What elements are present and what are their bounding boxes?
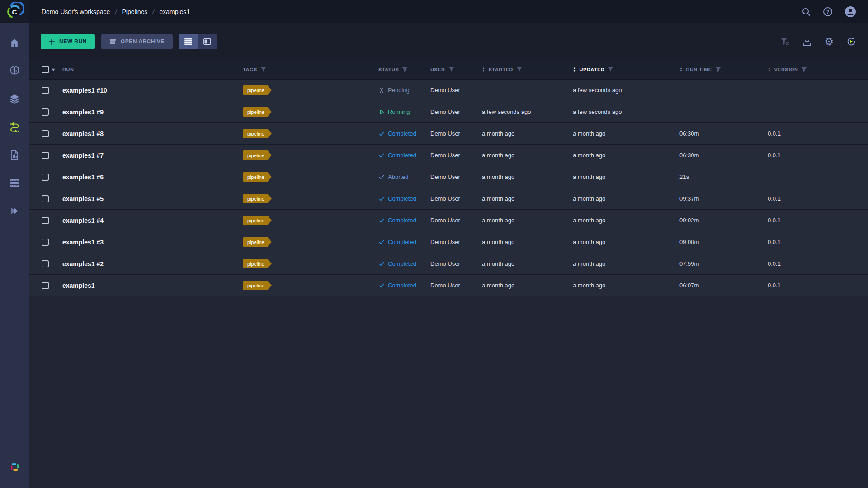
search-icon[interactable] <box>802 7 811 17</box>
row-checkbox[interactable] <box>42 217 49 224</box>
sidebar-item-datasets[interactable] <box>0 85 29 113</box>
status-cell: Completed <box>372 239 424 245</box>
sidebar-item-pipelines[interactable] <box>0 113 29 141</box>
column-header-run[interactable]: RUN <box>56 67 236 72</box>
run-row[interactable]: examples1 #3pipelineCompletedDemo Usera … <box>29 231 868 253</box>
filter-icon[interactable] <box>715 67 721 72</box>
filter-icon[interactable] <box>516 67 522 72</box>
tag-badge[interactable]: pipeline <box>243 216 272 225</box>
table-view-button[interactable] <box>179 34 198 49</box>
tags-cell: pipeline <box>236 216 372 225</box>
run-name[interactable]: examples1 #8 <box>56 130 236 137</box>
tag-badge[interactable]: pipeline <box>243 194 272 203</box>
row-checkbox[interactable] <box>42 108 49 116</box>
run-row[interactable]: examples1 #8pipelineCompletedDemo Usera … <box>29 123 868 145</box>
row-checkbox[interactable] <box>42 130 49 137</box>
settings-gear-icon[interactable]: ⚙ <box>824 37 834 47</box>
run-time-cell: 21s <box>673 174 761 180</box>
breadcrumb-workspace[interactable]: Demo User's workspace <box>42 8 110 15</box>
filter-icon[interactable] <box>402 67 408 72</box>
column-header-updated[interactable]: ▲▼UPDATED <box>566 67 673 72</box>
filter-icon[interactable] <box>260 67 266 72</box>
run-name[interactable]: examples1 #2 <box>56 260 236 267</box>
run-name[interactable]: examples1 #9 <box>56 108 236 116</box>
row-checkbox[interactable] <box>42 195 49 202</box>
column-header-run_time[interactable]: ▲▼RUN TIME <box>673 67 761 72</box>
row-checkbox[interactable] <box>42 174 49 181</box>
breadcrumb-separator: / <box>114 8 118 16</box>
sidebar-item-slack[interactable] <box>0 453 29 481</box>
tag-badge[interactable]: pipeline <box>243 259 272 268</box>
select-all-caret-icon[interactable]: ▾ <box>52 66 55 73</box>
sort-icon: ▲▼ <box>482 67 485 72</box>
tag-badge[interactable]: pipeline <box>243 281 272 290</box>
run-row[interactable]: examples1 #9pipelineRunningDemo Usera fe… <box>29 101 868 123</box>
row-checkbox[interactable] <box>42 282 49 289</box>
run-row[interactable]: examples1pipelineCompletedDemo Usera mon… <box>29 275 868 296</box>
sidebar-item-home[interactable] <box>0 29 29 57</box>
run-row[interactable]: examples1 #2pipelineCompletedDemo Usera … <box>29 253 868 275</box>
tag-badge[interactable]: pipeline <box>243 107 272 117</box>
select-all-cell: ▾ <box>29 66 56 73</box>
run-row[interactable]: examples1 #5pipelineCompletedDemo Usera … <box>29 188 868 210</box>
run-name[interactable]: examples1 #7 <box>56 152 236 159</box>
run-name[interactable]: examples1 <box>56 282 236 289</box>
row-select-cell <box>29 87 56 94</box>
sort-icon: ▲▼ <box>679 67 683 72</box>
sidebar-item-projects[interactable] <box>0 57 29 85</box>
tag-badge[interactable]: pipeline <box>243 150 272 160</box>
row-checkbox[interactable] <box>42 260 49 267</box>
auto-refresh-icon[interactable] <box>846 37 856 47</box>
row-checkbox[interactable] <box>42 152 49 159</box>
download-icon[interactable] <box>802 37 811 46</box>
run-name[interactable]: examples1 #10 <box>56 87 236 94</box>
started-cell: a month ago <box>476 130 566 137</box>
open-archive-button[interactable]: OPEN ARCHIVE <box>101 34 173 49</box>
run-name[interactable]: examples1 #3 <box>56 239 236 246</box>
started-cell: a month ago <box>476 282 566 289</box>
version-cell: 0.0.1 <box>761 195 868 202</box>
run-row[interactable]: examples1 #6pipelineAbortedDemo Usera mo… <box>29 166 868 188</box>
column-header-user[interactable]: USER <box>424 67 476 72</box>
filter-icon[interactable] <box>801 67 807 72</box>
user-cell: Demo User <box>424 260 476 267</box>
sidebar-item-reports[interactable] <box>0 141 29 169</box>
updated-cell: a few seconds ago <box>566 108 673 115</box>
updated-cell: a month ago <box>566 260 673 267</box>
filter-icon[interactable] <box>448 67 454 72</box>
run-name[interactable]: examples1 #6 <box>56 174 236 181</box>
row-checkbox[interactable] <box>42 239 49 246</box>
tag-badge[interactable]: pipeline <box>243 172 272 182</box>
select-all-checkbox[interactable] <box>42 66 49 73</box>
column-header-tags[interactable]: TAGS <box>236 67 372 72</box>
tag-badge[interactable]: pipeline <box>243 237 272 247</box>
run-name[interactable]: examples1 #4 <box>56 217 236 224</box>
clearml-logo[interactable]: C <box>0 0 29 23</box>
breadcrumb-project[interactable]: examples1 <box>159 8 190 15</box>
tag-badge[interactable]: pipeline <box>243 85 272 95</box>
column-header-status[interactable]: STATUS <box>372 67 424 72</box>
new-run-button[interactable]: NEW RUN <box>41 34 95 49</box>
clear-filters-icon[interactable] <box>780 37 790 46</box>
detail-view-button[interactable] <box>198 34 217 49</box>
run-row[interactable]: examples1 #7pipelineCompletedDemo Usera … <box>29 145 868 166</box>
started-cell: a month ago <box>476 217 566 224</box>
run-row[interactable]: examples1 #4pipelineCompletedDemo Usera … <box>29 210 868 231</box>
run-row[interactable]: examples1 #10pipelinePendingDemo Usera f… <box>29 80 868 101</box>
started-cell: a month ago <box>476 260 566 267</box>
sidebar-item-workers[interactable] <box>0 169 29 197</box>
run-name[interactable]: examples1 #5 <box>56 195 236 202</box>
tag-badge[interactable]: pipeline <box>243 129 272 138</box>
user-avatar[interactable] <box>844 6 856 18</box>
breadcrumb-pipelines[interactable]: Pipelines <box>122 8 147 15</box>
updated-cell: a month ago <box>566 174 673 180</box>
status-cell: Aborted <box>372 174 424 180</box>
help-icon[interactable]: ? <box>823 7 833 17</box>
filter-icon[interactable] <box>608 67 613 72</box>
check-icon <box>378 217 385 224</box>
runs-table-body: examples1 #10pipelinePendingDemo Usera f… <box>29 80 868 296</box>
row-checkbox[interactable] <box>42 87 49 94</box>
column-header-started[interactable]: ▲▼STARTED <box>476 67 566 72</box>
column-header-version[interactable]: ▲▼VERSION <box>761 67 868 72</box>
sidebar-item-applications[interactable] <box>0 197 29 225</box>
